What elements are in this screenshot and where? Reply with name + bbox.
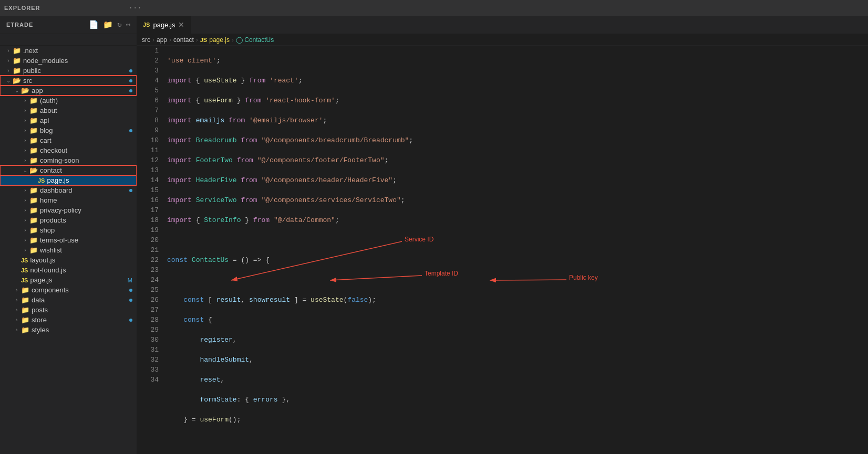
breadcrumb-contact: contact bbox=[173, 36, 194, 44]
chevron-right-icon: › bbox=[21, 157, 29, 163]
sidebar-item-label: store bbox=[32, 316, 47, 324]
sidebar-item-components[interactable]: › 📁 components bbox=[0, 285, 137, 295]
chevron-right-icon: › bbox=[13, 307, 21, 313]
folder-icon: 📁 bbox=[21, 316, 29, 324]
sidebar: › 📁 .next › 📁 node_modules › 📁 public ⌄ … bbox=[0, 46, 137, 454]
sidebar-item-app[interactable]: ⌄ 📂 app bbox=[0, 86, 137, 96]
sidebar-item-label: products bbox=[40, 216, 66, 224]
main-area: › 📁 .next › 📁 node_modules › 📁 public ⌄ … bbox=[0, 46, 868, 454]
chevron-right-icon: › bbox=[13, 297, 21, 303]
folder-icon: 📁 bbox=[29, 156, 38, 164]
folder-open-icon: 📂 bbox=[21, 87, 29, 94]
sidebar-item-public[interactable]: › 📁 public bbox=[0, 66, 137, 76]
sidebar-item-posts[interactable]: › 📁 posts bbox=[0, 305, 137, 315]
code-line-8: import ServiceTwo from "@/components/ser… bbox=[167, 195, 868, 205]
sidebar-item-styles[interactable]: › 📁 styles bbox=[0, 325, 137, 335]
collapse-icon[interactable]: ↤ bbox=[126, 20, 130, 30]
code-line-17: reset, bbox=[167, 375, 868, 385]
chevron-right-icon: › bbox=[21, 108, 29, 113]
sidebar-item-wishlist[interactable]: › 📁 wishlist bbox=[0, 245, 137, 255]
sidebar-item-layout-js[interactable]: JS layout.js bbox=[0, 255, 137, 265]
chevron-right-icon: › bbox=[21, 128, 29, 133]
sidebar-item-about[interactable]: › 📁 about bbox=[0, 105, 137, 115]
sidebar-item-blog[interactable]: › 📁 blog bbox=[0, 125, 137, 135]
code-line-9: import { StoreInfo } from "@/data/Common… bbox=[167, 215, 868, 225]
modified-dot bbox=[129, 69, 132, 72]
breadcrumb-src: src bbox=[142, 36, 150, 44]
folder-icon: 📁 bbox=[29, 216, 38, 224]
sidebar-item-label: app bbox=[32, 87, 43, 94]
sidebar-item-label: coming-soon bbox=[40, 156, 79, 164]
sidebar-item-label: public bbox=[23, 67, 41, 75]
sidebar-item-label: contact bbox=[40, 166, 62, 174]
sidebar-item-shop[interactable]: › 📁 shop bbox=[0, 225, 137, 235]
chevron-right-icon: › bbox=[21, 237, 29, 243]
sidebar-item-label: about bbox=[40, 107, 57, 114]
chevron-right-icon: › bbox=[21, 247, 29, 253]
sidebar-item-label: api bbox=[40, 117, 49, 124]
sidebar-item-auth[interactable]: › 📁 (auth) bbox=[0, 96, 137, 105]
sidebar-item-node-modules[interactable]: › 📁 node_modules bbox=[0, 56, 137, 66]
sidebar-item-label: dashboard bbox=[40, 186, 72, 194]
sidebar-item-page-js-root[interactable]: JS page.js M bbox=[0, 275, 137, 285]
sidebar-item-next[interactable]: › 📁 .next bbox=[0, 46, 137, 56]
sidebar-item-home[interactable]: › 📁 home bbox=[0, 195, 137, 205]
code-line-15: register, bbox=[167, 335, 868, 345]
chevron-right-icon: › bbox=[4, 58, 13, 64]
code-container[interactable]: 12345678910 11121314151617181920 2122232… bbox=[137, 46, 868, 454]
sidebar-item-cart[interactable]: › 📁 cart bbox=[0, 135, 137, 145]
tab-close-icon[interactable]: ✕ bbox=[178, 20, 184, 29]
chevron-right-icon: › bbox=[21, 207, 29, 213]
code-line-3: import { useForm } from 'react-hook-form… bbox=[167, 96, 868, 105]
sidebar-item-label: layout.js bbox=[30, 256, 55, 264]
sidebar-item-label: shop bbox=[40, 226, 55, 234]
code-line-1: 'use client'; bbox=[167, 56, 868, 66]
sidebar-item-coming-soon[interactable]: › 📁 coming-soon bbox=[0, 155, 137, 165]
code-line-11: const ContactUs = () => { bbox=[167, 255, 868, 265]
tab-page-js[interactable]: JS page.js ✕ bbox=[137, 16, 191, 34]
sidebar-item-label: data bbox=[32, 296, 45, 304]
sidebar-item-checkout[interactable]: › 📁 checkout bbox=[0, 145, 137, 155]
refresh-icon[interactable]: ↻ bbox=[117, 20, 121, 30]
folder-icon: 📁 bbox=[29, 236, 38, 244]
code-line-13: const [ result, showresult ] = useState(… bbox=[167, 295, 868, 305]
sidebar-item-page-js[interactable]: JS page.js bbox=[0, 175, 137, 185]
explorer-title: EXPLORER bbox=[4, 5, 40, 11]
sidebar-item-data[interactable]: › 📁 data bbox=[0, 295, 137, 305]
sidebar-item-not-found-js[interactable]: JS not-found.js bbox=[0, 265, 137, 275]
chevron-down-icon: ⌄ bbox=[4, 78, 13, 83]
folder-icon: 📁 bbox=[29, 186, 38, 194]
more-icon[interactable]: ··· bbox=[129, 4, 142, 12]
new-file-icon[interactable]: 📄 bbox=[89, 20, 99, 30]
folder-icon: 📁 bbox=[21, 286, 29, 294]
chevron-right-icon: › bbox=[21, 147, 29, 153]
sidebar-item-label: checkout bbox=[40, 146, 67, 154]
code-line-18: formState: { errors }, bbox=[167, 395, 868, 405]
sidebar-item-dashboard[interactable]: › 📁 dashboard bbox=[0, 185, 137, 195]
chevron-right-icon: › bbox=[21, 227, 29, 233]
chevron-right-icon: › bbox=[13, 317, 21, 323]
sidebar-item-label: page.js bbox=[30, 276, 52, 284]
modified-dot bbox=[129, 89, 132, 92]
breadcrumb-pagejs: page.js bbox=[209, 36, 230, 44]
folder-icon: 📁 bbox=[21, 296, 29, 304]
breadcrumb: src › app › contact › JS page.js › ◯ Con… bbox=[137, 34, 868, 46]
sidebar-item-terms-of-use[interactable]: › 📁 terms-of-use bbox=[0, 235, 137, 245]
modified-dot bbox=[129, 299, 132, 302]
code-editor[interactable]: 'use client'; import { useState } from '… bbox=[163, 46, 868, 454]
sidebar-item-src[interactable]: ⌄ 📂 src bbox=[0, 76, 137, 86]
new-folder-icon[interactable]: 📁 bbox=[103, 20, 113, 30]
sidebar-item-contact[interactable]: ⌄ 📂 contact bbox=[0, 165, 137, 175]
sidebar-item-store[interactable]: › 📁 store bbox=[0, 315, 137, 325]
chevron-right-icon: › bbox=[21, 197, 29, 203]
sidebar-item-privacy-policy[interactable]: › 📁 privacy-policy bbox=[0, 205, 137, 215]
sidebar-item-label: .next bbox=[23, 47, 38, 55]
code-line-7: import HeaderFive from "@/components/hea… bbox=[167, 175, 868, 185]
tab-label: page.js bbox=[153, 21, 175, 29]
sidebar-item-label: privacy-policy bbox=[40, 206, 81, 214]
sidebar-item-api[interactable]: › 📁 api bbox=[0, 115, 137, 125]
folder-icon: 📁 bbox=[13, 67, 21, 75]
chevron-right-icon: › bbox=[4, 68, 13, 73]
sidebar-item-products[interactable]: › 📁 products bbox=[0, 215, 137, 225]
modified-m: M bbox=[128, 277, 132, 283]
